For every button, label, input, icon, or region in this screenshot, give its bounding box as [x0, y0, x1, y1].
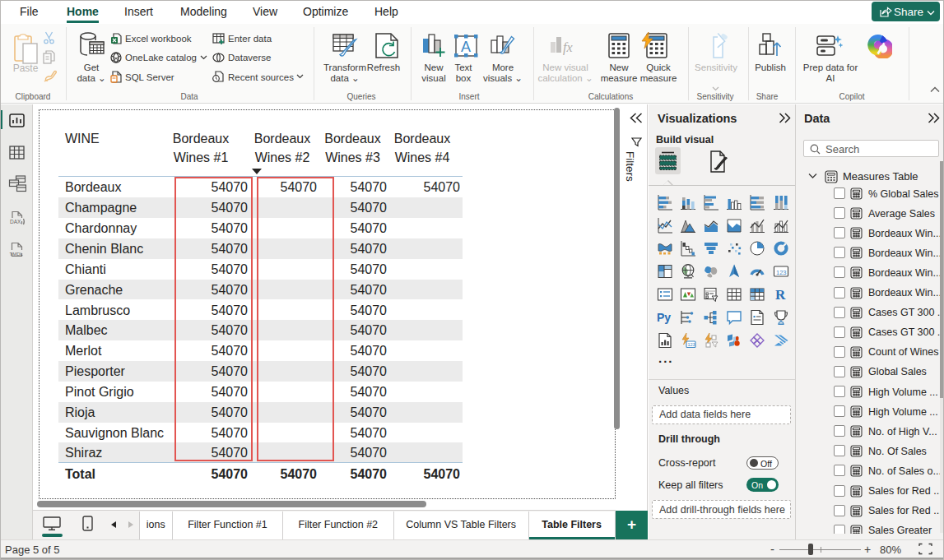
svg-text:Py: Py — [657, 311, 671, 324]
svg-text:123: 123 — [776, 269, 787, 276]
svg-text:A: A — [461, 39, 471, 55]
svg-text:fx: fx — [563, 40, 573, 55]
svg-text:R: R — [775, 287, 786, 303]
svg-text:DAX: DAX — [10, 219, 21, 224]
svg-text:TMDL: TMDL — [10, 252, 24, 257]
svg-text:123: 123 — [687, 342, 695, 347]
